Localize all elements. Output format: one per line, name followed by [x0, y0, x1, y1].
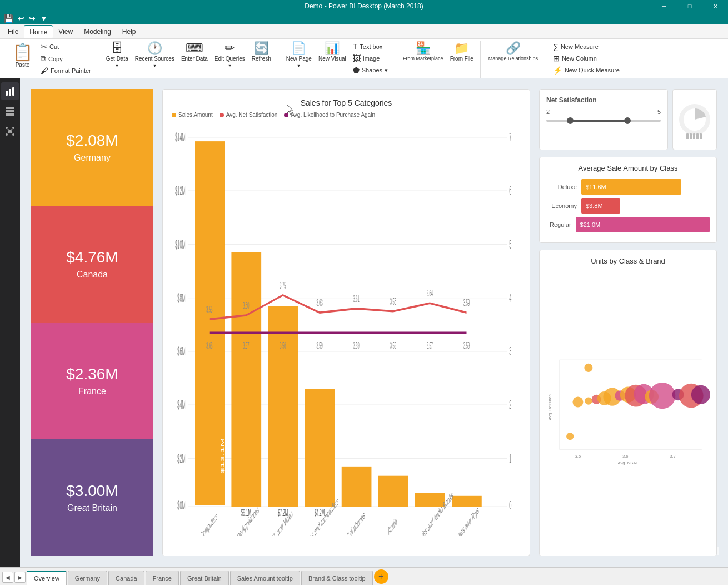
enter-data-icon: ⌨ — [186, 42, 203, 54]
paste-icon: 📋 — [12, 42, 33, 62]
calculations-buttons: ∑ New Measure ⊞ New Column ⚡ New Quick M… — [551, 41, 622, 77]
new-column-button[interactable]: ⊞ New Column — [551, 53, 622, 64]
svg-rect-1 — [9, 89, 11, 96]
tab-canada[interactable]: Canada — [108, 571, 144, 585]
tab-brand-class[interactable]: Brand & Class tooltip — [301, 571, 373, 585]
slider-thumb-right[interactable] — [624, 117, 631, 124]
svg-text:3.57: 3.57 — [243, 340, 249, 351]
format-painter-icon: 🖌 — [41, 66, 48, 75]
relationships-buttons: 🔗 Manage Relationships — [486, 41, 540, 77]
app-title: Demo - Power BI Desktop (March 2018) — [305, 2, 423, 10]
svg-rect-3 — [6, 107, 14, 109]
marketplace-icon: 🏪 — [416, 42, 431, 54]
manage-relationships-button[interactable]: 🔗 Manage Relationships — [486, 41, 540, 63]
from-file-button[interactable]: 📁 From File — [448, 41, 476, 63]
qa-undo[interactable]: ↩ — [16, 14, 26, 23]
svg-text:$13.1M: $13.1M — [221, 438, 225, 474]
svg-text:3.60: 3.60 — [243, 300, 249, 311]
refresh-button[interactable]: 🔄 Refresh — [250, 41, 273, 63]
sidebar-data-view[interactable] — [1, 102, 19, 120]
menu-help[interactable]: Help — [117, 26, 142, 38]
canada-card[interactable]: $4.76M Canada — [31, 206, 153, 323]
quick-access-toolbar: 💾 ↩ ↪ ▼ — [0, 12, 728, 24]
format-painter-button[interactable]: 🖌 Format Painter — [38, 65, 93, 76]
svg-text:7: 7 — [509, 130, 511, 143]
sidebar-report-view[interactable] — [1, 82, 19, 100]
new-page-button[interactable]: 📄 New Page ▾ — [284, 41, 314, 70]
minimize-btn[interactable]: ─ — [651, 0, 677, 12]
maximize-btn[interactable]: □ — [677, 0, 702, 12]
relationships-icon: 🔗 — [506, 42, 521, 54]
slider-thumb-left[interactable] — [567, 117, 574, 124]
svg-rect-39 — [195, 141, 225, 505]
satisfaction-slider[interactable] — [546, 120, 661, 122]
menu-modeling[interactable]: Modeling — [78, 26, 117, 38]
new-measure-button[interactable]: ∑ New Measure — [551, 41, 622, 52]
tab-bar: ◀ ▶ Overview Germany Canada France Great… — [0, 567, 728, 585]
svg-text:Audio: Audio — [387, 515, 397, 536]
tab-sales-tooltip[interactable]: Sales Amount tooltip — [230, 571, 300, 585]
cut-button[interactable]: ✂ Cut — [38, 41, 93, 52]
from-marketplace-button[interactable]: 🏪 From Marketplace — [401, 41, 446, 63]
clipboard-buttons: 📋 Paste ✂ Cut ⧉ Copy 🖌 Format Painter — [9, 41, 93, 77]
get-data-icon: 🗄 — [111, 42, 123, 54]
britain-card[interactable]: $3.00M Great Britain — [31, 439, 153, 556]
svg-text:1: 1 — [509, 452, 511, 465]
svg-rect-2 — [12, 87, 14, 96]
new-quick-measure-button[interactable]: ⚡ New Quick Measure — [551, 65, 622, 76]
germany-label: Germany — [74, 153, 111, 163]
powerbi-watermark: PowerBI — [674, 544, 719, 558]
image-button[interactable]: 🖼 Image — [351, 53, 390, 64]
bar-chart-container: $14M $12M $10M $8M $6M $4M $2M $0M 7 6 5… — [172, 121, 521, 536]
svg-text:3.64: 3.64 — [427, 289, 433, 299]
paste-button[interactable]: 📋 Paste — [9, 41, 36, 69]
menu-file[interactable]: File — [2, 26, 24, 38]
new-visual-button[interactable]: 📊 New Visual — [316, 41, 348, 63]
menu-home[interactable]: Home — [24, 25, 53, 38]
germany-card[interactable]: $2.08M Germany — [31, 89, 153, 206]
copy-button[interactable]: ⧉ Copy — [38, 53, 93, 65]
text-box-button[interactable]: T Text box — [351, 41, 390, 52]
svg-text:3.63: 3.63 — [316, 298, 322, 308]
svg-text:$6M: $6M — [177, 344, 185, 358]
get-data-button[interactable]: 🗄 Get Data ▾ — [104, 41, 131, 70]
close-btn[interactable]: ✕ — [702, 0, 728, 12]
enter-data-button[interactable]: ⌨ Enter Data — [179, 41, 210, 63]
calc-col: ∑ New Measure ⊞ New Column ⚡ New Quick M… — [551, 41, 622, 76]
svg-text:3.56: 3.56 — [280, 340, 286, 351]
tab-great-britain[interactable]: Great Britain — [180, 571, 229, 585]
svg-point-105 — [691, 385, 710, 404]
custom-visuals-buttons: 🏪 From Marketplace 📁 From File — [401, 41, 476, 77]
france-card[interactable]: $2.36M France — [31, 323, 153, 439]
svg-text:Avg. NSAT: Avg. NSAT — [618, 460, 639, 465]
left-sidebar — [0, 78, 20, 567]
svg-line-13 — [8, 132, 9, 133]
add-page-button[interactable]: + — [374, 569, 388, 584]
svg-text:Computers: Computers — [200, 509, 218, 536]
tab-germany[interactable]: Germany — [68, 571, 107, 585]
svg-rect-43 — [268, 306, 298, 507]
menu-view[interactable]: View — [53, 26, 78, 38]
sidebar-model-view[interactable] — [1, 122, 19, 140]
svg-line-12 — [11, 129, 12, 130]
tab-france[interactable]: France — [146, 571, 179, 585]
tab-overview[interactable]: Overview — [27, 571, 67, 585]
svg-text:$12M: $12M — [175, 184, 186, 197]
tab-next[interactable]: ▶ — [14, 572, 26, 583]
svg-text:$4M: $4M — [177, 398, 185, 411]
svg-text:3.7: 3.7 — [670, 454, 676, 459]
edit-queries-button[interactable]: ✏ Edit Queries ▾ — [212, 41, 247, 70]
net-sat-title: Net Satisfaction — [546, 96, 661, 104]
recent-sources-button[interactable]: 🕐 Recent Sources ▾ — [133, 41, 177, 70]
svg-text:3.57: 3.57 — [427, 340, 433, 351]
svg-text:3.59: 3.59 — [353, 340, 360, 351]
slider-fill — [569, 120, 626, 122]
qa-redo[interactable]: ↪ — [27, 14, 37, 23]
qa-dropdown[interactable]: ▼ — [38, 14, 49, 23]
tab-prev[interactable]: ◀ — [2, 572, 13, 583]
bar-chart-svg: $14M $12M $10M $8M $6M $4M $2M $0M 7 6 5… — [172, 121, 521, 536]
shapes-button[interactable]: ⬟ Shapes ▾ — [351, 65, 390, 76]
external-data-buttons: 🗄 Get Data ▾ 🕐 Recent Sources ▾ ⌨ Enter … — [104, 41, 273, 77]
quick-measure-icon: ⚡ — [553, 66, 562, 75]
qa-save[interactable]: 💾 — [2, 14, 15, 23]
